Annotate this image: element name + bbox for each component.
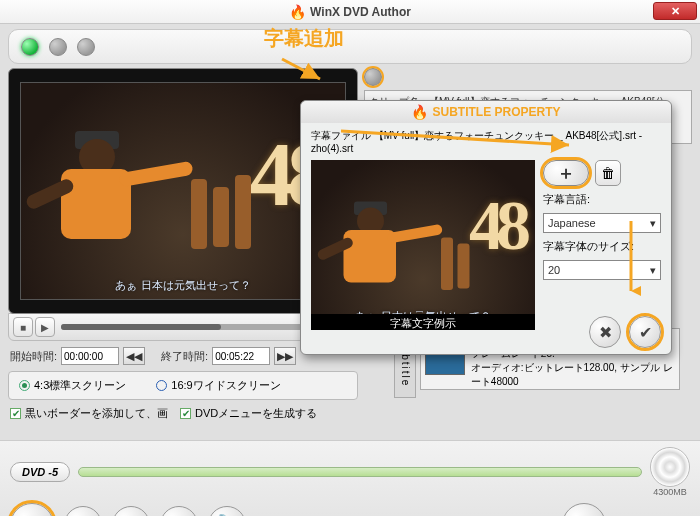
end-time-input[interactable]: [212, 347, 270, 365]
mark-end-button[interactable]: ▶▶: [274, 347, 296, 365]
subtitle-toggle-button[interactable]: [364, 68, 382, 86]
letterbox-checkbox[interactable]: ✔黒いボーダーを添加して、画: [10, 406, 168, 421]
disk-capacity: 4300MB: [650, 487, 690, 497]
move-up-button[interactable]: ⬆: [112, 506, 150, 516]
aspect-169-radio[interactable]: 16:9ワイドスクリーン: [156, 378, 280, 393]
next-step-button[interactable]: ≫: [562, 503, 606, 516]
dvd-menu-checkbox[interactable]: ✔DVDメニューを生成する: [180, 406, 317, 421]
step-light-1[interactable]: [21, 38, 39, 56]
end-time-label: 終了時間:: [161, 349, 208, 364]
subtitle-size-label: 字幕字体のサイズ:: [543, 239, 661, 254]
seek-slider[interactable]: [61, 324, 327, 330]
annotation-add-subtitle: 字幕追加: [264, 25, 344, 52]
aspect-43-radio[interactable]: 4:3標準スクリーン: [19, 378, 126, 393]
close-button[interactable]: ✕: [653, 2, 697, 20]
move-down-button[interactable]: ⬇: [160, 506, 198, 516]
settings-button[interactable]: 🔧: [208, 506, 246, 516]
dialog-ok-button[interactable]: ✔: [629, 316, 661, 348]
disk-usage-bar: [78, 467, 642, 477]
step-bar: 字幕追加: [8, 29, 692, 64]
play-button[interactable]: ▶: [35, 317, 55, 337]
step-light-2[interactable]: [49, 38, 67, 56]
start-time-input[interactable]: [61, 347, 119, 365]
dvd-type-select[interactable]: DVD -5: [10, 462, 70, 482]
start-time-label: 開始時間:: [10, 349, 57, 364]
dialog-preview: 48 あぁ 日本は元気出せって？ 字幕文字例示: [311, 160, 535, 330]
subtitle-language-select[interactable]: Japanese▾: [543, 213, 661, 233]
remove-clip-button[interactable]: －: [64, 506, 102, 516]
disc-icon: [650, 447, 690, 487]
dialog-title: SUBTITLE PROPERTY: [432, 105, 560, 119]
mark-start-button[interactable]: ◀◀: [123, 347, 145, 365]
subtitle-file-label: 字幕ファイル: [311, 130, 371, 141]
step-light-3[interactable]: [77, 38, 95, 56]
dialog-cancel-button[interactable]: ✖: [589, 316, 621, 348]
subtitle-size-select[interactable]: 20▾: [543, 260, 661, 280]
subtitle-property-dialog: 🔥SUBTITLE PROPERTY 字幕ファイル 【MV full】恋するフォ…: [300, 100, 672, 355]
add-clip-button[interactable]: ＋: [10, 503, 54, 516]
stop-button[interactable]: ■: [13, 317, 33, 337]
add-subtitle-button[interactable]: ＋: [543, 160, 589, 186]
preview-subtitle: あぁ 日本は元気出せって？: [21, 278, 345, 293]
app-title: WinX DVD Author: [310, 5, 411, 19]
delete-subtitle-button[interactable]: 🗑: [595, 160, 621, 186]
subtitle-language-label: 字幕言語:: [543, 192, 661, 207]
flame-icon: 🔥: [289, 4, 306, 20]
